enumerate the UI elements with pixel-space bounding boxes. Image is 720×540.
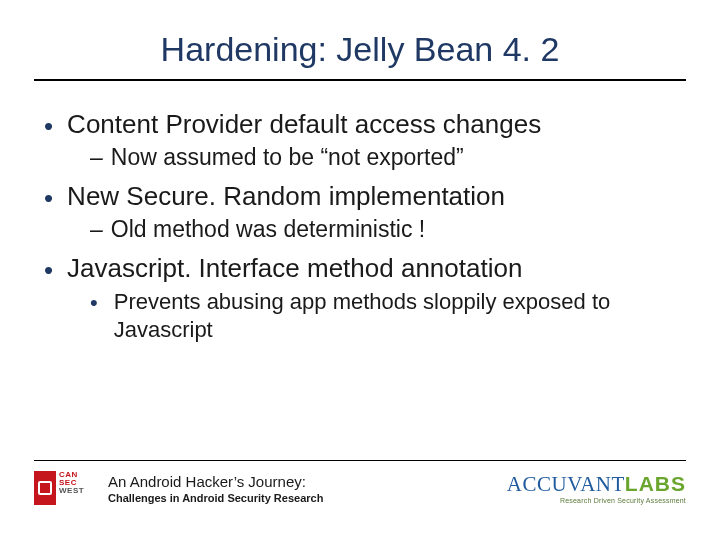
cansec-line: WEST: [59, 487, 84, 495]
cansecwest-logo: CAN SEC WEST: [34, 471, 94, 505]
bullet-level2: – Now assumed to be “not exported”: [90, 144, 676, 171]
accuvant-word-a: ACCUVANT: [507, 472, 625, 496]
bullet-text: Javascript. Interface method annotation: [67, 253, 522, 284]
bullet-level1: • Javascript. Interface method annotatio…: [44, 253, 676, 284]
bullet-level1: • New Secure. Random implementation: [44, 181, 676, 212]
content-area: • Content Provider default access change…: [0, 81, 720, 343]
cansec-text: CAN SEC WEST: [59, 471, 84, 505]
bullet-text: New Secure. Random implementation: [67, 181, 505, 212]
bullet-dot-icon: •: [90, 290, 98, 343]
bullet-level1: • Content Provider default access change…: [44, 109, 676, 140]
bullet-text: Prevents abusing app methods sloppily ex…: [114, 288, 634, 343]
bullet-text: Old method was deterministic !: [111, 216, 425, 243]
accuvant-word-b: LABS: [625, 472, 686, 495]
bullet-dot-icon: •: [44, 113, 53, 140]
bullet-dot-icon: •: [44, 185, 53, 212]
footer-subtitle: Challenges in Android Security Research: [108, 492, 493, 504]
bullet-level3: • Prevents abusing app methods sloppily …: [90, 288, 676, 343]
accuvant-wordmark: ACCUVANTLABS: [507, 473, 686, 495]
divider-bottom: [34, 460, 686, 461]
footer-title: An Android Hacker’s Journey:: [108, 473, 493, 490]
slide-title: Hardening: Jelly Bean 4. 2: [0, 0, 720, 79]
bullet-text: Now assumed to be “not exported”: [111, 144, 464, 171]
bullet-dash-icon: –: [90, 144, 103, 171]
footer-row: CAN SEC WEST An Android Hacker’s Journey…: [34, 471, 686, 505]
bullet-level2: – Old method was deterministic !: [90, 216, 676, 243]
slide: Hardening: Jelly Bean 4. 2 • Content Pro…: [0, 0, 720, 540]
accuvant-tagline: Research Driven Security Assessment: [507, 497, 686, 504]
footer-middle: An Android Hacker’s Journey: Challenges …: [108, 473, 493, 504]
bullet-text: Content Provider default access changes: [67, 109, 541, 140]
footer: CAN SEC WEST An Android Hacker’s Journey…: [0, 460, 720, 540]
accuvant-logo: ACCUVANTLABS Research Driven Security As…: [507, 473, 686, 504]
cansec-badge-inner-icon: [38, 481, 52, 495]
cansec-badge-icon: [34, 471, 56, 505]
bullet-dash-icon: –: [90, 216, 103, 243]
bullet-dot-icon: •: [44, 257, 53, 284]
